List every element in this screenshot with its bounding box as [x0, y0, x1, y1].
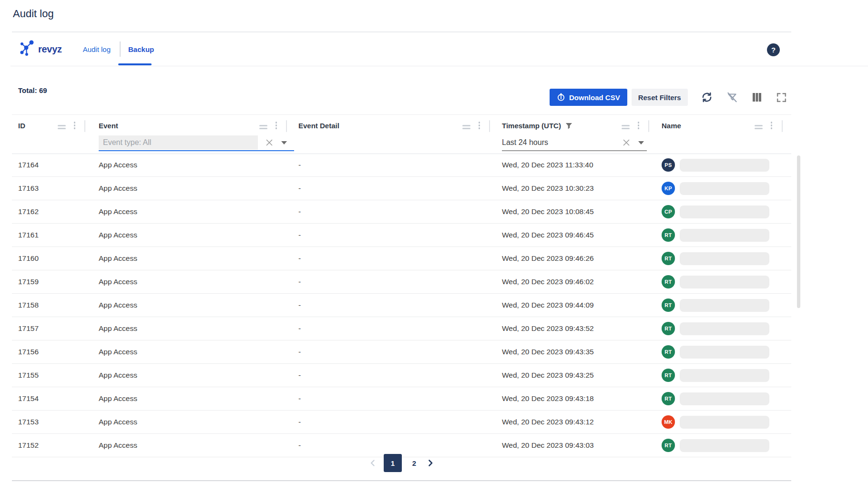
cell-id: 17163 — [12, 184, 87, 193]
redacted-name-pill — [680, 206, 769, 218]
column-menu-icon[interactable] — [638, 122, 640, 130]
cell-id: 17153 — [12, 418, 87, 426]
drag-handle-icon[interactable] — [58, 125, 66, 131]
drag-handle-icon[interactable] — [259, 125, 267, 131]
cell-timestamp: Wed, 20 Dec 2023 09:43:18 — [491, 394, 651, 403]
avatar: RT — [662, 322, 675, 335]
cell-name: KP — [651, 182, 791, 195]
table-row: 17162 App Access - Wed, 20 Dec 2023 10:0… — [12, 200, 791, 224]
table-row: 17159 App Access - Wed, 20 Dec 2023 09:4… — [12, 270, 791, 294]
avatar: RT — [662, 439, 675, 452]
dropdown-caret-icon[interactable] — [281, 141, 287, 144]
avatar: RT — [662, 298, 675, 312]
cell-timestamp: Wed, 20 Dec 2023 09:46:26 — [491, 254, 651, 263]
cell-event-detail: - — [288, 278, 491, 286]
event-type-filter-input[interactable] — [99, 135, 258, 150]
columns-icon[interactable] — [751, 92, 763, 103]
cell-event-detail: - — [288, 231, 491, 239]
redacted-name-pill — [680, 276, 769, 288]
column-label-id: ID — [18, 122, 25, 130]
redacted-name-pill — [680, 159, 769, 172]
drag-handle-icon[interactable] — [622, 125, 630, 131]
cell-id: 17158 — [12, 301, 87, 309]
revyz-logo: revyz — [19, 39, 62, 59]
column-menu-icon[interactable] — [479, 122, 480, 130]
column-menu-icon[interactable] — [276, 122, 277, 130]
nav-link-audit-log[interactable]: Audit log — [83, 45, 111, 53]
dropdown-caret-icon[interactable] — [638, 141, 644, 144]
help-button[interactable]: ? — [767, 43, 780, 56]
clear-filter-icon[interactable] — [623, 139, 630, 146]
column-menu-icon[interactable] — [74, 122, 76, 130]
cell-event: App Access — [87, 184, 288, 193]
table-row: 17161 App Access - Wed, 20 Dec 2023 09:4… — [12, 224, 791, 247]
column-label-event: Event — [99, 122, 118, 130]
page-1-button[interactable]: 1 — [384, 454, 402, 472]
cell-name: RT — [651, 275, 791, 288]
page-2-button[interactable]: 2 — [409, 459, 419, 467]
cell-id: 17164 — [12, 161, 87, 169]
redacted-name-pill — [680, 182, 769, 195]
filter-funnel-icon — [565, 123, 572, 129]
tab-backup[interactable]: Backup — [128, 45, 154, 53]
table-row: 17158 App Access - Wed, 20 Dec 2023 09:4… — [12, 294, 791, 317]
table-row: 17157 App Access - Wed, 20 Dec 2023 09:4… — [12, 317, 791, 340]
redacted-name-pill — [680, 322, 769, 335]
cell-name: RT — [651, 345, 791, 359]
cell-event: App Access — [87, 324, 288, 333]
table-row: 17155 App Access - Wed, 20 Dec 2023 09:4… — [12, 364, 791, 387]
cell-timestamp: Wed, 20 Dec 2023 10:30:23 — [491, 184, 651, 193]
column-resize-handle[interactable] — [489, 120, 490, 132]
column-resize-handle[interactable] — [286, 120, 287, 132]
cell-event: App Access — [87, 441, 288, 450]
table-header: ID Event Event Detail — [12, 115, 791, 154]
molecule-icon — [19, 39, 36, 59]
column-resize-handle[interactable] — [648, 120, 650, 132]
cell-id: 17160 — [12, 254, 87, 263]
cell-event: App Access — [87, 301, 288, 309]
avatar: CP — [662, 205, 675, 218]
cell-name: MK — [651, 415, 791, 429]
download-csv-button[interactable]: Download CSV — [550, 89, 627, 106]
reset-filters-button[interactable]: Reset Filters — [632, 89, 688, 106]
cell-event: App Access — [87, 207, 288, 216]
cell-name: RT — [651, 298, 791, 312]
redacted-name-pill — [680, 416, 769, 429]
cell-name: RT — [651, 392, 791, 405]
cell-event: App Access — [87, 231, 288, 239]
next-page-icon[interactable] — [427, 459, 434, 467]
column-menu-icon[interactable] — [771, 122, 773, 130]
cell-event: App Access — [87, 348, 288, 356]
redacted-name-pill — [680, 369, 769, 382]
filter-off-icon[interactable] — [726, 91, 738, 103]
avatar: KP — [662, 182, 675, 195]
redacted-name-pill — [680, 229, 769, 242]
audit-log-page: Audit log revyz Audit log Backup — [0, 0, 868, 494]
column-header-event-detail: Event Detail — [288, 115, 491, 154]
clear-filter-icon[interactable] — [266, 139, 273, 146]
drag-handle-icon[interactable] — [462, 125, 470, 131]
column-resize-handle[interactable] — [782, 120, 783, 132]
cell-name: RT — [651, 228, 791, 242]
drag-handle-icon[interactable] — [755, 125, 763, 131]
fullscreen-icon[interactable] — [776, 92, 787, 103]
cell-id: 17152 — [12, 441, 87, 450]
pagination: 1 2 — [0, 454, 803, 472]
table-scrollbar[interactable] — [797, 155, 800, 308]
cell-timestamp: Wed, 20 Dec 2023 09:46:02 — [491, 278, 651, 286]
column-resize-handle[interactable] — [84, 120, 86, 132]
refresh-icon[interactable] — [701, 91, 713, 103]
previous-page-icon[interactable] — [369, 459, 377, 467]
cell-event-detail: - — [288, 324, 491, 333]
cell-id: 17162 — [12, 207, 87, 216]
table-row: 17154 App Access - Wed, 20 Dec 2023 09:4… — [12, 387, 791, 411]
redacted-name-pill — [680, 439, 769, 452]
avatar: RT — [662, 369, 675, 382]
column-header-event: Event — [87, 115, 288, 154]
cell-name: CP — [651, 205, 791, 218]
column-header-id: ID — [12, 115, 87, 154]
cell-id: 17154 — [12, 394, 87, 403]
cell-name: RT — [651, 252, 791, 265]
timestamp-filter[interactable]: Last 24 hours — [502, 135, 647, 151]
avatar: RT — [662, 345, 675, 359]
